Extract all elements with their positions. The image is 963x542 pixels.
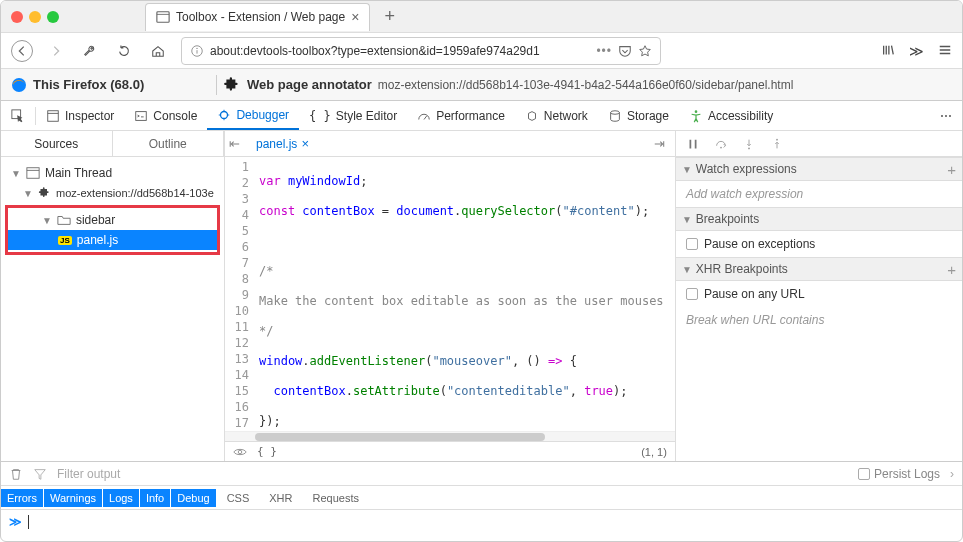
origin-row[interactable]: ▼ moz-extension://dd568b14-103e… — [1, 183, 224, 203]
forward-button[interactable] — [45, 40, 67, 62]
checkbox-icon[interactable] — [686, 288, 698, 300]
arrow-left-icon — [15, 44, 29, 58]
svg-rect-14 — [27, 168, 39, 179]
xhr-url-input[interactable]: Break when URL contains — [676, 307, 962, 333]
browser-navbar: about:devtools-toolbox?type=extension&id… — [1, 33, 962, 69]
browser-tab[interactable]: Toolbox - Extension / Web page × — [145, 3, 370, 31]
pocket-icon[interactable] — [618, 44, 632, 58]
xhr-header[interactable]: ▼ XHR Breakpoints + — [676, 257, 962, 281]
reload-button[interactable] — [113, 40, 135, 62]
watch-input[interactable]: Add watch expression — [676, 181, 962, 207]
horizontal-scrollbar[interactable] — [225, 431, 675, 441]
devtools-button[interactable] — [79, 40, 101, 62]
svg-point-10 — [221, 111, 228, 118]
sources-tab[interactable]: Sources — [1, 131, 113, 156]
code-editor[interactable]: 123456789101112131415161718 var myWindow… — [225, 157, 675, 431]
eye-icon[interactable] — [233, 445, 247, 459]
filter-warnings[interactable]: Warnings — [44, 489, 103, 507]
console-filters: Errors Warnings Logs Info Debug CSS XHR … — [1, 485, 962, 509]
tab-storage[interactable]: Storage — [598, 101, 679, 130]
close-tab-icon[interactable]: × — [351, 9, 359, 25]
url-more-icon[interactable]: ••• — [596, 44, 612, 58]
toolbar-more[interactable]: ⋯ — [930, 101, 962, 130]
new-tab-button[interactable]: + — [384, 6, 395, 27]
filter-requests[interactable]: Requests — [303, 492, 369, 504]
filter-logs[interactable]: Logs — [103, 489, 140, 507]
filter-xhr[interactable]: XHR — [259, 492, 302, 504]
add-icon[interactable]: + — [947, 261, 956, 278]
pause-any-url-toggle[interactable]: Pause on any URL — [676, 281, 962, 307]
trash-icon[interactable] — [9, 467, 23, 481]
home-icon — [151, 44, 165, 58]
editor-tab[interactable]: panel.js × — [248, 136, 317, 151]
back-button[interactable] — [11, 40, 33, 62]
debugger-icon — [217, 108, 231, 122]
tab-console[interactable]: Console — [124, 101, 207, 130]
host-label: This Firefox (68.0) — [33, 77, 144, 92]
library-icon[interactable] — [881, 43, 895, 57]
console-input[interactable]: ≫ — [1, 509, 962, 533]
svg-point-17 — [720, 146, 722, 148]
chevron-down-icon: ▼ — [682, 264, 692, 275]
chevron-down-icon: ▼ — [42, 215, 52, 226]
thread-row[interactable]: ▼ Main Thread — [1, 163, 224, 183]
filter-css[interactable]: CSS — [217, 492, 260, 504]
svg-point-13 — [695, 110, 698, 113]
chevron-down-icon: ▼ — [682, 164, 692, 175]
url-bar[interactable]: about:devtools-toolbox?type=extension&id… — [181, 37, 661, 65]
tab-style-editor[interactable]: { } Style Editor — [299, 101, 407, 130]
breakpoints-header[interactable]: ▼ Breakpoints — [676, 207, 962, 231]
minimize-window-button[interactable] — [29, 11, 41, 23]
window-titlebar: Toolbox - Extension / Web page × + — [1, 1, 962, 33]
chevron-down-icon: ▼ — [682, 214, 692, 225]
extension-url: moz-extension://dd568b14-103e-4941-b4a2-… — [378, 78, 794, 92]
braces-icon[interactable]: { } — [257, 445, 277, 458]
filter-debug[interactable]: Debug — [171, 489, 216, 507]
chevron-down-icon: ▼ — [23, 188, 33, 199]
step-out-icon[interactable] — [770, 137, 784, 151]
braces-icon: { } — [309, 109, 331, 123]
info-icon — [190, 44, 204, 58]
filter-input[interactable]: Filter output — [57, 467, 120, 481]
pane-left-icon[interactable]: ⇤ — [229, 136, 240, 151]
checkbox-icon[interactable] — [858, 468, 870, 480]
pause-icon[interactable] — [686, 137, 700, 151]
tab-inspector[interactable]: Inspector — [36, 101, 124, 130]
pause-exceptions-toggle[interactable]: Pause on exceptions — [676, 231, 962, 257]
star-icon[interactable] — [638, 44, 652, 58]
tab-accessibility[interactable]: Accessibility — [679, 101, 783, 130]
watch-header[interactable]: ▼ Watch expressions + — [676, 157, 962, 181]
svg-point-18 — [748, 147, 750, 149]
step-over-icon[interactable] — [714, 137, 728, 151]
console-icon — [134, 109, 148, 123]
menu-icon[interactable] — [938, 43, 952, 57]
folder-row[interactable]: ▼ sidebar — [8, 210, 217, 230]
file-row-selected[interactable]: JS panel.js — [8, 230, 217, 250]
pane-right-icon[interactable]: ⇥ — [654, 136, 671, 151]
outline-tab[interactable]: Outline — [113, 131, 225, 156]
chevron-right-icon[interactable]: › — [950, 467, 954, 481]
tab-debugger[interactable]: Debugger — [207, 101, 299, 130]
close-window-button[interactable] — [11, 11, 23, 23]
tab-title: Toolbox - Extension / Web page — [176, 10, 345, 24]
close-tab-icon[interactable]: × — [301, 136, 309, 151]
tab-network[interactable]: Network — [515, 101, 598, 130]
overflow-icon[interactable]: ≫ — [909, 43, 924, 59]
filter-info[interactable]: Info — [140, 489, 171, 507]
filter-errors[interactable]: Errors — [1, 489, 44, 507]
tab-performance[interactable]: Performance — [407, 101, 515, 130]
add-icon[interactable]: + — [947, 161, 956, 178]
svg-rect-0 — [157, 12, 169, 23]
persist-logs-label: Persist Logs — [874, 467, 940, 481]
window-icon — [26, 166, 40, 180]
maximize-window-button[interactable] — [47, 11, 59, 23]
pick-element-button[interactable] — [1, 101, 35, 130]
line-gutter: 123456789101112131415161718 — [225, 157, 255, 431]
svg-point-4 — [196, 47, 197, 48]
step-in-icon[interactable] — [742, 137, 756, 151]
extension-name: Web page annotator — [247, 77, 372, 92]
home-button[interactable] — [147, 40, 169, 62]
wrench-icon — [83, 44, 97, 58]
cursor — [28, 515, 29, 529]
checkbox-icon[interactable] — [686, 238, 698, 250]
